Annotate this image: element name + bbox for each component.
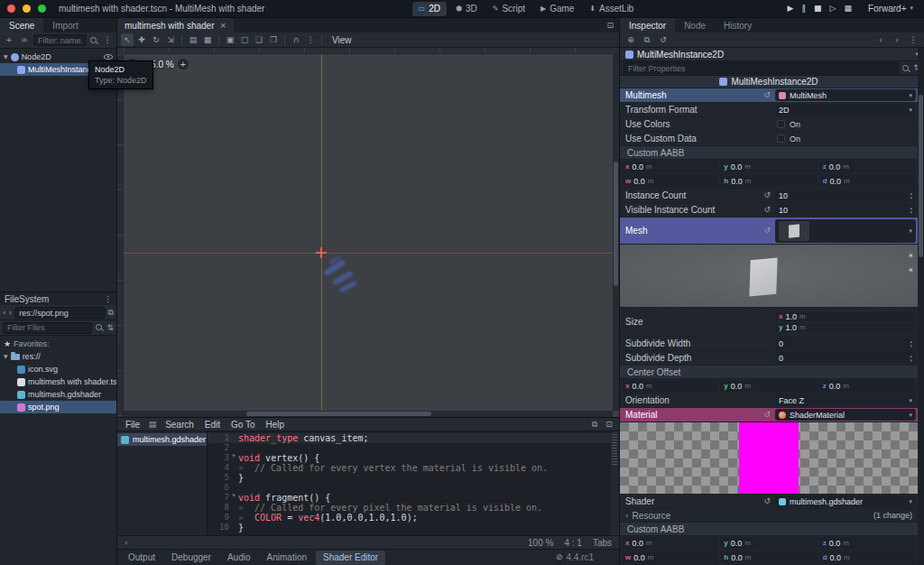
category-center-offset[interactable]: Center Offset [620,366,918,379]
category-custom-aabb[interactable]: Custom AABB [620,146,918,160]
region-select-button[interactable]: ▦ [201,33,214,46]
size-y-field[interactable]: y1.0m [775,323,916,332]
viewport-horizontal-scrollbar[interactable] [124,411,613,417]
select-tool-button[interactable]: ↖ [121,33,134,46]
snap-options-button[interactable]: ⋮ [304,33,317,46]
revert-icon[interactable]: ↺ [763,411,771,419]
scripts-panel-toggle-icon[interactable]: ▤ [146,418,159,431]
new-resource-button[interactable]: ⊕ [624,33,637,46]
tab-node[interactable]: Node [675,18,715,32]
history-back-button[interactable]: ‹ [874,33,887,46]
aabb-h-field[interactable]: h0.0m [720,175,817,187]
copy-path-icon[interactable]: ⧉ [108,309,114,317]
add-node-button[interactable]: + [3,34,15,47]
shader-list-item[interactable]: multimesh.gdshader [117,433,207,446]
code-line-10[interactable]: 10} [208,523,619,533]
code-line-2[interactable]: 2 [208,443,619,453]
favorites-row[interactable]: ★ Favorites: [0,338,116,350]
property-filter-input[interactable] [624,62,899,74]
size-x-field[interactable]: x1.0m [775,312,916,321]
inspector-menu-button[interactable]: ⋮ [907,33,919,46]
search-menu[interactable]: Search [161,420,199,430]
bottom-tab-output[interactable]: Output [121,551,162,565]
transform-format-dropdown[interactable]: 2D ▾ [775,104,916,116]
res-root-row[interactable]: ▼ res:// [0,350,116,363]
aabb2-x-field[interactable]: x0.0m [622,537,718,549]
workspace-script-button[interactable]: ✎ Script [486,2,531,16]
editor-zoom[interactable]: 100 % [528,538,553,548]
use-colors-checkbox[interactable]: On [775,120,800,129]
viewport-vertical-scrollbar[interactable] [613,54,619,411]
multimesh-resource-picker[interactable]: MultiMesh ▾ [775,89,916,101]
indent-mode[interactable]: Tabs [593,538,612,548]
tab-import[interactable]: Import [43,18,87,32]
nav-forward-icon[interactable]: › [9,309,13,317]
revert-icon[interactable]: ↺ [763,227,771,235]
collapse-arrow-icon[interactable]: ▼ [4,354,8,359]
aabb2-z-field[interactable]: z0.0m [819,537,916,549]
mesh-resource-picker[interactable]: ▾ [775,219,916,243]
tab-inspector[interactable]: Inspector [620,18,675,32]
center-x-field[interactable]: x0.0m [622,380,718,392]
float-panel-icon[interactable]: ⧉ [588,418,601,431]
history-forward-button[interactable]: › [891,33,903,46]
scene-menu-button[interactable]: ⋮ [101,34,114,47]
expand-panel-icon[interactable]: ⊡ [603,418,615,431]
revert-icon[interactable]: ↺ [763,91,771,99]
aabb-z-field[interactable]: z0.0m [819,161,916,172]
center-z-field[interactable]: z0.0m [819,380,916,392]
file-row-icon-svg[interactable]: icon.svg [0,363,116,375]
filesystem-menu-icon[interactable]: ⋮ [104,295,112,303]
tab-history[interactable]: History [715,18,761,32]
use-custom-data-checkbox[interactable]: On [775,134,800,144]
code-line-9[interactable]: 9»COLOR = vec4(1.0,0.0,1.0,1.0); [208,513,619,523]
aabb-x-field[interactable]: x0.0m [622,161,718,172]
window-minimize-button[interactable] [23,5,31,13]
copy-resource-button[interactable]: ⧉ [641,33,653,46]
goto-menu[interactable]: Go To [226,420,260,430]
aabb-d-field[interactable]: d0.0m [819,175,916,187]
view-menu[interactable]: View [327,35,357,45]
2d-viewport[interactable]: − 895.0 % + [117,48,619,417]
aabb2-h-field[interactable]: h0.0m [720,551,817,563]
instance-count-spinner[interactable]: 10 ▴▾ [775,190,916,201]
workspace-2d-button[interactable]: ▭ 2D [412,2,447,16]
scene-tab[interactable]: multimesh with shader × [117,18,234,32]
resource-section-toggle[interactable]: › Resource (1 change) [620,509,918,523]
shader-resource-picker[interactable]: multimesh.gdshader ▾ [775,496,916,507]
snap-button[interactable]: ∩ [290,33,302,46]
file-row-scene[interactable]: multimesh with shader.tscn [0,375,116,388]
code-editor[interactable]: 1shader_type canvas_item; 2 3▾void verte… [208,431,619,535]
renderer-dropdown[interactable]: Forward+ ▾ [864,4,917,14]
zoom-in-button[interactable]: + [178,59,189,69]
revert-icon[interactable]: ↺ [763,497,771,505]
material-preview[interactable] [620,422,918,495]
file-row-shader[interactable]: multimesh.gdshader [0,388,116,401]
code-line-7[interactable]: 7▾void fragment() { [208,493,619,503]
revert-icon[interactable]: ↺ [763,191,771,199]
movie-maker-button[interactable]: ▦ [844,5,852,13]
code-line-3[interactable]: 3▾void vertex() { [208,453,619,463]
aabb-y-field[interactable]: y0.0m [720,161,817,172]
file-row-spot-png[interactable]: spot.png [0,401,116,413]
collapse-arrow-icon[interactable]: ▼ [4,54,8,60]
inspector-scrollbar[interactable] [918,48,924,565]
sort-files-icon[interactable]: ⇅ [106,324,114,332]
scale-tool-button[interactable]: ⇲ [164,33,177,46]
visible-instance-count-spinner[interactable]: 10 ▴▾ [775,204,916,216]
distraction-free-icon[interactable]: ⊡ [606,22,614,30]
orientation-dropdown[interactable]: Face Z ▾ [775,394,916,406]
bottom-tab-shader-editor[interactable]: Shader Editor [316,551,385,565]
revert-icon[interactable]: ↺ [763,206,771,214]
code-minimap[interactable] [611,431,619,535]
ungroup-button[interactable]: ❐ [267,33,280,46]
code-line-1[interactable]: 1shader_type canvas_item; [208,433,619,443]
window-zoom-button[interactable] [38,5,46,13]
group-button[interactable]: ❏ [253,33,265,46]
file-menu[interactable]: File [121,420,144,430]
mesh-preview[interactable]: ☀ ☀ [620,245,918,308]
workspace-game-button[interactable]: ▶ Game [534,2,580,16]
version-label[interactable]: ⊘ 4.4.rc1 [556,552,594,562]
material-resource-picker[interactable]: ShaderMaterial ▾ [775,409,916,421]
code-line-5[interactable]: 5} [208,473,619,483]
